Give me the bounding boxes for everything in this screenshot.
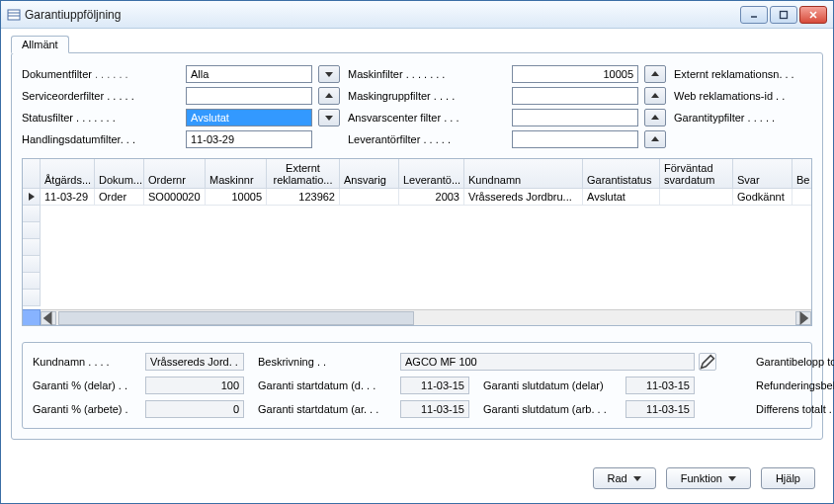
svg-marker-11 (325, 116, 333, 121)
cell-ansvarig[interactable] (340, 189, 399, 206)
svg-rect-4 (781, 11, 788, 18)
cell-atgards[interactable]: 11-03-29 (41, 189, 95, 206)
dokumentfilter-dropdown[interactable] (318, 65, 340, 83)
serviceorderfilter-lookup[interactable] (318, 87, 340, 105)
tab-page: Allmänt Dokumentfilter Alla Maskinfilter… (11, 52, 823, 440)
svg-marker-10 (651, 93, 659, 98)
statusfilter-dropdown[interactable] (318, 109, 340, 126)
close-button[interactable] (799, 6, 827, 24)
svg-rect-0 (8, 10, 20, 20)
hjalp-button[interactable]: Hjälp (761, 467, 815, 489)
window: Garantiuppföljning Allmänt Dokumentfilte… (0, 0, 834, 504)
maskinfilter-lookup[interactable] (644, 65, 666, 83)
col-atgards[interactable]: Åtgärds... (41, 159, 95, 189)
row-selector[interactable] (23, 290, 41, 306)
col-forvantad[interactable]: Förväntad svardatum (660, 159, 733, 189)
col-externt[interactable]: Externt reklamatio... (267, 159, 340, 189)
maximize-button[interactable] (770, 6, 797, 24)
refundering-label: Refunderingsbel. . . (756, 379, 834, 391)
ansvarscenter-lookup[interactable] (644, 109, 666, 126)
start-delar-label: Garanti startdatum (d. . . (258, 379, 396, 391)
scroll-left-button[interactable] (41, 311, 56, 325)
maskingruppfilter-input[interactable] (512, 87, 638, 105)
col-maskinnr[interactable]: Maskinnr (206, 159, 267, 189)
col-svar[interactable]: Svar (733, 159, 792, 189)
statusfilter-label: Statusfilter . . . . . . . (22, 112, 180, 124)
kundnamn-value: Vråssereds Jord. . . (145, 353, 244, 371)
row-selector-header (23, 159, 41, 189)
maskingruppfilter-lookup[interactable] (644, 87, 666, 105)
kundnamn-label: Kundnamn . . . . (33, 356, 141, 368)
row-selector[interactable] (23, 256, 41, 273)
garantitypfilter-label: Garantitypfilter . . . . . (674, 112, 832, 124)
cell-leverantor[interactable]: 2003 (399, 189, 464, 206)
horizontal-scrollbar[interactable] (41, 309, 811, 325)
slut-delar-value: 11-03-15 (626, 377, 695, 394)
handlingsdatum-input[interactable]: 11-03-29 (186, 130, 312, 148)
beskrivning-value[interactable]: AGCO MF 100 (400, 353, 695, 371)
statusfilter-input[interactable]: Avslutat (186, 109, 312, 126)
leverantorfilter-input[interactable] (512, 130, 638, 148)
grid-corner (23, 309, 41, 325)
garanti-arbete-value: 0 (145, 400, 244, 418)
row-selector[interactable] (23, 222, 41, 239)
garantibelopp-label: Garantibelopp to. . . (756, 356, 834, 368)
col-ordernr[interactable]: Ordernr (144, 159, 206, 189)
row-selector[interactable] (23, 273, 41, 290)
edit-beskrivning-button[interactable] (699, 353, 716, 371)
col-ansvarig[interactable]: Ansvarig (340, 159, 399, 189)
cell-garantistatus[interactable]: Avslutat (583, 189, 660, 206)
row-selector[interactable] (23, 239, 41, 256)
svg-marker-14 (651, 136, 659, 141)
rad-button[interactable]: Rad (593, 467, 656, 489)
tab-label: Allmänt (22, 39, 58, 50)
col-be[interactable]: Be (792, 159, 812, 189)
col-dokum[interactable]: Dokum... (95, 159, 144, 189)
dokumentfilter-label: Dokumentfilter (22, 68, 180, 80)
cell-be[interactable] (792, 189, 812, 206)
maskinfilter-input[interactable]: 10005 (512, 65, 638, 83)
cell-maskinnr[interactable]: 10005 (206, 189, 267, 206)
filters-grid: Dokumentfilter Alla Maskinfilter . . . .… (22, 65, 812, 148)
dokumentfilter-input[interactable]: Alla (186, 65, 312, 83)
tab-allmant[interactable]: Allmänt (11, 36, 69, 53)
webrekl-label: Web reklamations-id . . (674, 90, 832, 102)
garanti-arbete-label: Garanti % (arbete) . (33, 403, 141, 415)
maskinfilter-label: Maskinfilter . . . . . . . (348, 68, 506, 80)
scroll-right-button[interactable] (795, 311, 811, 325)
svg-marker-15 (29, 193, 35, 201)
leverantorfilter-label: Leverantörfilter . . . . . (348, 133, 506, 145)
maskingruppfilter-label: Maskingruppfilter . . . . (348, 90, 506, 102)
funktion-button[interactable]: Funktion (666, 467, 751, 489)
start-delar-value: 11-03-15 (400, 377, 469, 394)
table-row[interactable]: 11-03-29 Order SO000020 10005 123962 200… (41, 189, 812, 206)
garanti-delar-label: Garanti % (delar) . . (33, 379, 141, 391)
col-garantistatus[interactable]: Garantistatus (583, 159, 660, 189)
svg-marker-19 (728, 476, 736, 481)
externtrekl-label: Externt reklamationsn. . . (674, 68, 832, 80)
client-area: Allmänt Dokumentfilter Alla Maskinfilter… (1, 29, 833, 503)
svg-marker-9 (325, 93, 333, 98)
cell-dokum[interactable]: Order (95, 189, 144, 206)
cell-svar[interactable]: Godkännt (733, 189, 792, 206)
minimize-button[interactable] (740, 6, 768, 24)
cell-ordernr[interactable]: SO000020 (144, 189, 206, 206)
leverantorfilter-lookup[interactable] (644, 130, 666, 148)
col-kundnamn[interactable]: Kundnamn (464, 159, 583, 189)
app-icon (7, 8, 21, 22)
col-leverantor[interactable]: Leverantö... (399, 159, 464, 189)
cell-kundnamn[interactable]: Vråssereds Jordbru... (464, 189, 583, 206)
serviceorderfilter-input[interactable] (186, 87, 312, 105)
svg-marker-16 (43, 311, 52, 325)
titlebar: Garantiuppföljning (1, 1, 833, 29)
scroll-thumb[interactable] (58, 311, 414, 325)
cell-forvantad[interactable] (660, 189, 733, 206)
data-grid[interactable]: Åtgärds... Dokum... Ordernr Maskinnr Ext… (22, 158, 812, 326)
svg-marker-8 (651, 71, 659, 76)
cell-externt[interactable]: 123962 (267, 189, 340, 206)
footer-buttons: Rad Funktion Hjälp (593, 467, 815, 489)
summary-panel: Kundnamn . . . . Vråssereds Jord. . . Be… (22, 342, 812, 429)
row-selector[interactable] (23, 189, 41, 206)
ansvarscenter-input[interactable] (512, 109, 638, 126)
row-selector[interactable] (23, 206, 41, 222)
